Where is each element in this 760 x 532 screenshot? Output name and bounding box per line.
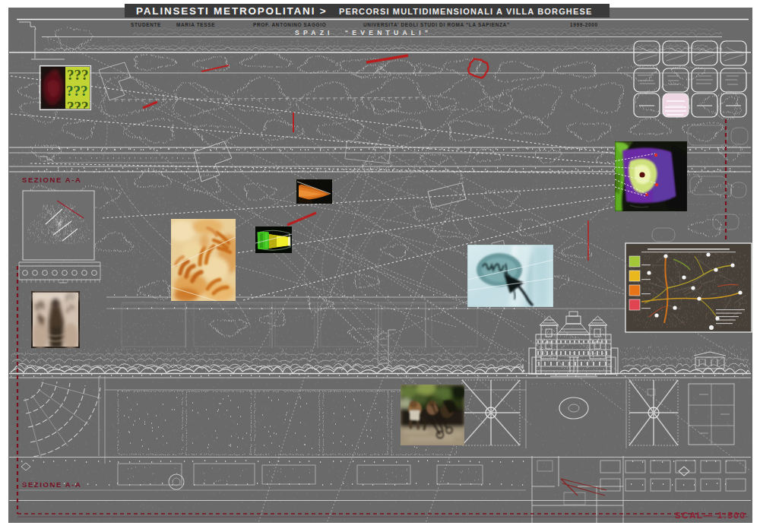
svg-text:PALINSESTI METROPOLITANI >: PALINSESTI METROPOLITANI > [136,5,327,17]
svg-text:1999-2000: 1999-2000 [570,22,598,27]
svg-text:???: ??? [66,83,88,99]
svg-text:UNIVERSITA’ DEGLI STUDI DI ROM: UNIVERSITA’ DEGLI STUDI DI ROMA “LA SAPI… [363,22,510,27]
svg-text:SCAL—: SCAL— [675,511,714,520]
svg-text:1:500: 1:500 [717,511,746,520]
svg-text:SEZIONE A-A: SEZIONE A-A [22,480,81,489]
svg-text:SPAZI “EVENTUALI”: SPAZI “EVENTUALI” [295,29,432,36]
svg-text:PROF. ANTONINO SAGGIO: PROF. ANTONINO SAGGIO [253,22,326,27]
svg-text:STUDENTE: STUDENTE [131,22,161,27]
svg-text:MARIA TESSE: MARIA TESSE [176,22,215,27]
svg-text:SEZIONE A-A: SEZIONE A-A [22,176,81,184]
svg-text:???: ??? [67,67,89,83]
svg-text:PERCORSI MULTIDIMENSIONALI A V: PERCORSI MULTIDIMENSIONALI A VILLA BORGH… [339,7,592,16]
